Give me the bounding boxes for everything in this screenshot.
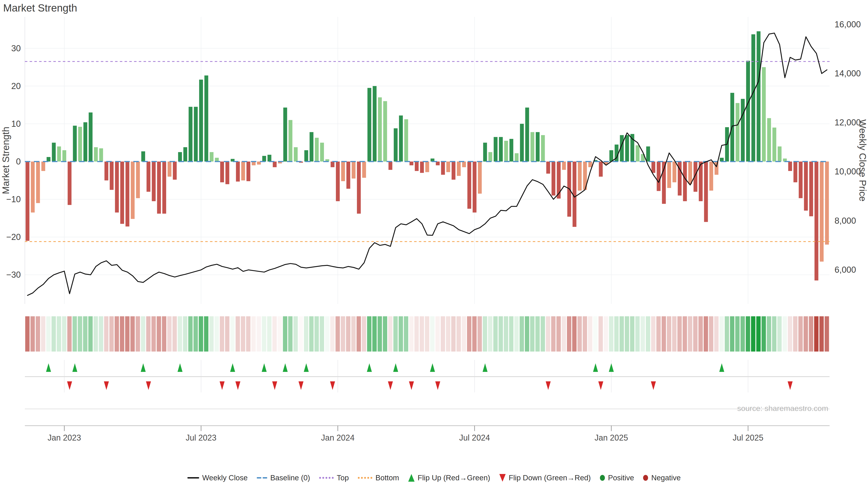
strength-bar: [599, 162, 602, 177]
strength-bar: [709, 162, 713, 191]
strength-bar: [273, 162, 277, 167]
heatmap-cell: [825, 316, 829, 352]
heatmap-cell: [72, 316, 77, 352]
heatmap-cell: [735, 316, 740, 352]
strength-bar: [310, 132, 313, 162]
heatmap-cell: [699, 316, 703, 352]
heatmap-cell: [504, 316, 508, 352]
strength-bar: [26, 162, 29, 241]
strength-bar: [294, 147, 298, 162]
flip-down-marker: [146, 381, 151, 390]
strength-bar: [188, 107, 192, 162]
strength-bar: [246, 162, 250, 181]
legend-label: Flip Down (Green→Red): [509, 474, 591, 482]
heatmap-cell: [246, 316, 250, 352]
heatmap-cell: [609, 316, 613, 352]
strength-bar: [110, 162, 114, 190]
strength-bar: [162, 162, 166, 214]
heatmap-cell: [546, 316, 550, 352]
strength-bar: [478, 162, 482, 194]
heatmap-cell: [220, 316, 224, 352]
heatmap-cell: [714, 316, 719, 352]
strength-bar: [552, 162, 555, 195]
heatmap-cell: [57, 316, 61, 352]
strength-bar: [52, 142, 56, 162]
heatmap-cell: [36, 316, 40, 352]
heatmap-cell: [262, 316, 266, 352]
heatmap-cell: [688, 316, 692, 352]
heatmap-cell: [604, 316, 608, 352]
legend-label: Top: [337, 474, 349, 482]
flip-down-marker: [787, 381, 793, 390]
heatmap-cell: [614, 316, 619, 352]
heatmap-cell: [430, 316, 434, 352]
strength-bar: [68, 162, 71, 205]
strength-bar: [657, 162, 660, 191]
flip-down-marker: [651, 381, 656, 390]
flip-up-marker: [719, 363, 724, 372]
strength-bar: [420, 162, 424, 173]
source-credit: source: sharemaestro.com: [737, 404, 829, 413]
strength-bar: [441, 162, 445, 175]
heatmap-cell: [25, 316, 30, 352]
flip-up-marker: [230, 363, 235, 372]
legend-item-positive: Positive: [600, 474, 634, 482]
strength-bar: [410, 162, 413, 165]
heatmap-cell: [325, 316, 329, 352]
heatmap-cell: [693, 316, 698, 352]
heatmap-cell: [278, 316, 282, 352]
circle-swatch-icon: [600, 475, 605, 481]
left-axis-label: Market Strength: [0, 127, 11, 194]
heatmap-cell: [209, 316, 214, 352]
heatmap-cell: [567, 316, 571, 352]
strength-bar: [772, 128, 776, 162]
heatmap-cell: [804, 316, 808, 352]
heatmap-cell: [583, 316, 587, 352]
heatmap-cell: [709, 316, 713, 352]
flip-up-marker: [430, 363, 435, 372]
heatmap-cell: [636, 316, 640, 352]
strength-bar: [120, 162, 124, 224]
strength-bar: [426, 162, 429, 172]
heatmap-cell: [88, 316, 93, 352]
strength-bar: [346, 162, 350, 189]
strength-bar: [131, 162, 134, 219]
heatmap-cell: [372, 316, 377, 352]
strength-bar: [252, 162, 256, 165]
strength-bar: [794, 162, 797, 182]
heatmap-cell: [525, 316, 529, 352]
heatmap-cell: [288, 316, 292, 352]
strength-bar: [762, 67, 766, 162]
strength-bar: [341, 162, 345, 181]
heatmap-cell: [541, 316, 545, 352]
heatmap-cell: [425, 316, 429, 352]
heatmap-cell: [183, 316, 187, 352]
flip-down-marker: [388, 381, 393, 390]
strength-bar: [404, 119, 408, 162]
heatmap-cell: [656, 316, 661, 352]
strength-bar: [36, 162, 40, 203]
strength-bar: [62, 150, 66, 162]
heatmap-cell: [314, 316, 319, 352]
heatmap-cell: [236, 316, 240, 352]
strength-bar: [115, 162, 119, 213]
strength-bar: [315, 138, 319, 162]
strength-bar: [394, 128, 398, 162]
strength-bar: [378, 97, 382, 162]
strength-bar: [809, 162, 813, 216]
right-axis-tick: 10,000: [835, 167, 861, 176]
heatmap-cell: [467, 316, 471, 352]
heatmap-cell: [772, 316, 776, 352]
legend-item-top: Top: [319, 474, 349, 482]
heatmap-cell: [104, 316, 108, 352]
heatmap-cell: [230, 316, 235, 352]
heatmap-cell: [309, 316, 313, 352]
heatmap-cell: [509, 316, 513, 352]
strength-bar: [778, 147, 781, 162]
strength-bar: [94, 147, 98, 162]
strength-bar: [320, 142, 324, 162]
strength-bar: [89, 112, 92, 162]
heatmap-cell: [598, 316, 603, 352]
heatmap-cell: [178, 316, 182, 352]
strength-bar: [183, 147, 187, 162]
